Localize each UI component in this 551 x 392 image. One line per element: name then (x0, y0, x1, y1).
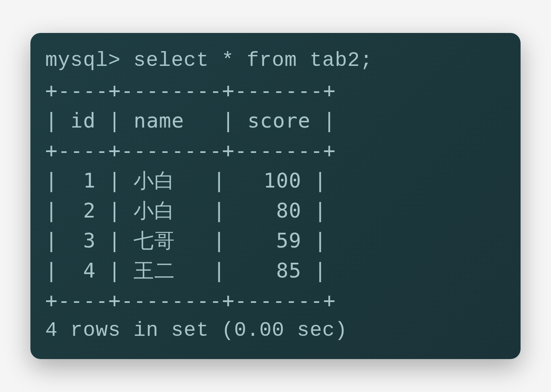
sql-query: select * from tab2; (134, 49, 373, 72)
table-row: | 3 | 七哥 | 59 | (45, 226, 506, 256)
table-data-rows: | 1 | 小白 | 100 || 2 | 小白 | 80 || 3 | 七哥 … (45, 166, 506, 286)
table-row: | 4 | 王二 | 85 | (45, 256, 506, 286)
status-line: 4 rows in set (0.00 sec) (45, 316, 506, 346)
border-mid: +----+--------+-------+ (45, 136, 506, 166)
border-top: +----+--------+-------+ (45, 76, 506, 106)
table-row: | 1 | 小白 | 100 | (45, 166, 506, 196)
border-bot: +----+--------+-------+ (45, 286, 506, 316)
mysql-terminal: mysql> select * from tab2; +----+-------… (30, 33, 521, 359)
table-header-row: | id | name | score | (45, 106, 506, 136)
prompt: mysql> (45, 49, 121, 72)
prompt-line: mysql> select * from tab2; (45, 46, 506, 76)
table-row: | 2 | 小白 | 80 | (45, 196, 506, 226)
